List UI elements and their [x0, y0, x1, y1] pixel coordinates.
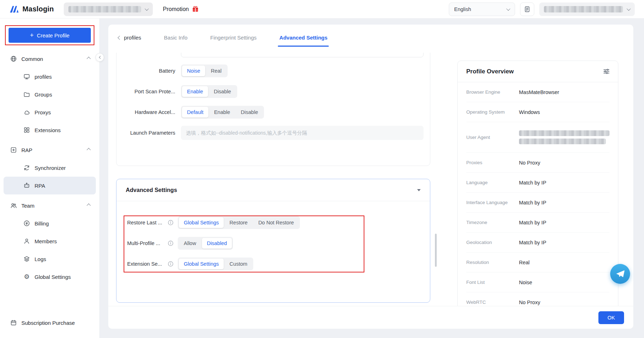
overview-row-font-list: Font List Noise	[466, 272, 609, 292]
advanced-settings-header[interactable]: Advanced Settings	[116, 179, 430, 201]
sync-icon	[24, 165, 30, 171]
back-label: profiles	[124, 35, 141, 41]
workspace-body: Battery Noise Real Port Scan Prote...	[108, 46, 633, 306]
sidebar: + Create Profile Common	[0, 19, 100, 338]
option-custom[interactable]: Custom	[224, 259, 252, 269]
battery-row: Battery Noise Real	[116, 64, 430, 78]
sidebar-item-billing[interactable]: Billing	[0, 214, 99, 232]
maslogin-logo-icon	[9, 5, 19, 13]
info-icon[interactable]	[168, 240, 173, 246]
sidebar-section-team[interactable]: Team	[0, 197, 99, 214]
option-enable[interactable]: Enable	[209, 107, 235, 118]
option-disabled[interactable]: Disabled	[202, 238, 232, 249]
info-icon[interactable]	[168, 220, 173, 225]
topbar-right: English	[449, 2, 635, 16]
promotion-label: Promotion	[163, 6, 189, 12]
option-real[interactable]: Real	[206, 66, 227, 76]
battery-segment: Noise Real	[181, 64, 228, 77]
launch-parameters-row: Launch Parameters	[116, 126, 430, 140]
sidebar-item-profiles[interactable]: profiles	[0, 68, 99, 85]
option-enable[interactable]: Enable	[182, 86, 208, 97]
subscription-icon	[10, 319, 17, 326]
promotion-link[interactable]: Promotion	[163, 6, 199, 12]
section-label: RAP	[21, 147, 32, 153]
rpa-robot-icon	[24, 182, 30, 189]
overview-row-user-agent: User Agent	[466, 122, 609, 153]
overview-row-geolocation: Geolocation Match by IP	[466, 233, 609, 253]
restore-last-segment: Global Settings Restore Do Not Restore	[178, 216, 300, 229]
sidebar-collapse-button[interactable]	[95, 53, 104, 62]
overview-row-timezone: Timezone Match by IP	[466, 213, 609, 233]
advanced-settings-card: Advanced Settings Restore Last ...	[116, 179, 430, 303]
sidebar-section-rap[interactable]: RAP	[0, 141, 99, 159]
overview-row-language: Language Match by IP	[466, 173, 609, 193]
section-label: Common	[21, 56, 43, 62]
tab-advanced-settings[interactable]: Advanced Settings	[279, 35, 327, 41]
account-selector[interactable]	[539, 2, 635, 16]
overview-row-browser-engine: Browser Engine MasMateBrowser	[466, 82, 609, 102]
chevron-up-icon	[87, 148, 90, 152]
gift-icon	[192, 6, 199, 12]
sidebar-section-common[interactable]: Common	[0, 50, 99, 68]
back-to-profiles[interactable]: profiles	[118, 35, 141, 41]
cutoff-field[interactable]	[181, 53, 424, 57]
option-allow[interactable]: Allow	[179, 238, 201, 249]
document-button[interactable]	[520, 2, 534, 16]
overview-row-webrtc: WebRTC No Proxy	[466, 292, 609, 306]
document-icon	[524, 6, 530, 12]
globe-icon	[10, 56, 17, 62]
workspace-selector[interactable]	[64, 2, 153, 16]
advanced-settings-body: Restore Last ...	[116, 201, 430, 302]
grid-icon	[24, 127, 30, 133]
overview-row-operating-system: Operating System Windows	[466, 102, 609, 122]
telegram-paper-plane-icon	[616, 270, 625, 278]
hardware-accel-row: Hardware Accel... Default Enable Disable	[116, 105, 430, 119]
option-disable[interactable]: Disable	[209, 86, 236, 97]
tab-fingerprint-settings[interactable]: Fingerprint Settings	[210, 35, 256, 41]
restore-last-row: Restore Last ...	[127, 215, 430, 230]
workspace-card: profiles Basic Info Fingerprint Settings…	[108, 25, 633, 329]
overview-row-resolution: Resolution Real	[466, 253, 609, 272]
billing-icon	[24, 220, 30, 227]
profile-overview-panel: Profile Overview Browser En	[457, 61, 618, 306]
sidebar-item-groups[interactable]: Groups	[0, 85, 99, 103]
create-profile-button[interactable]: + Create Profile	[9, 28, 91, 43]
option-global-settings[interactable]: Global Settings	[179, 259, 224, 269]
extension-settings-row: Extension Se...	[127, 257, 430, 271]
sidebar-item-rpa[interactable]: RPA	[4, 177, 96, 194]
option-default[interactable]: Default	[182, 107, 208, 118]
telegram-float-button[interactable]	[610, 264, 630, 284]
redacted-account-name	[544, 6, 623, 12]
sidebar-item-extensions[interactable]: Extensions	[0, 121, 99, 139]
sidebar-item-members[interactable]: Members	[0, 232, 99, 250]
info-icon[interactable]	[168, 261, 173, 267]
advanced-settings-title: Advanced Settings	[126, 187, 177, 193]
option-disable[interactable]: Disable	[236, 107, 263, 118]
create-profile-label: Create Profile	[37, 32, 69, 38]
option-noise[interactable]: Noise	[182, 66, 205, 76]
filter-icon[interactable]	[603, 69, 609, 74]
option-global-settings[interactable]: Global Settings	[179, 217, 224, 228]
language-selector[interactable]: English	[449, 2, 515, 16]
option-do-not-restore[interactable]: Do Not Restore	[253, 217, 299, 228]
sidebar-item-logs[interactable]: Logs	[0, 250, 99, 268]
plus-icon: +	[30, 32, 34, 38]
scrollbar-thumb[interactable]	[435, 234, 437, 267]
redacted-workspace-name	[68, 6, 141, 12]
port-scan-row: Port Scan Prote... Enable Disable	[116, 84, 430, 99]
sidebar-item-subscription-purchase[interactable]: Subscription Purchase	[0, 314, 99, 332]
launch-parameters-input[interactable]	[181, 126, 424, 140]
sidebar-item-synchronizer[interactable]: Synchronizer	[0, 159, 99, 177]
tab-basic-info[interactable]: Basic Info	[164, 35, 187, 41]
layers-icon	[24, 256, 30, 262]
folder-icon	[24, 91, 30, 98]
multi-profile-segment: Allow Disabled	[178, 237, 233, 250]
fingerprint-form-card: Battery Noise Real Port Scan Prote...	[116, 53, 430, 166]
sidebar-item-proxys[interactable]: Proxys	[0, 103, 99, 121]
option-restore[interactable]: Restore	[224, 217, 253, 228]
rap-icon	[10, 147, 17, 153]
person-icon	[24, 238, 30, 244]
sidebar-item-global-settings[interactable]: ⚙ Global Settings	[0, 268, 99, 286]
sidebar-nav: Common profiles	[0, 48, 99, 332]
ok-button[interactable]: OK	[598, 311, 624, 324]
